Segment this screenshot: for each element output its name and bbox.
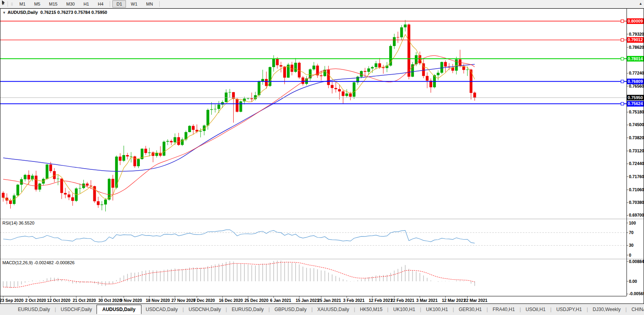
tab-usdcnh-daily[interactable]: USDCNH,Daily: [184, 305, 225, 314]
timeframe-button-m15[interactable]: M15: [45, 0, 61, 8]
candle-body: [437, 73, 439, 75]
price-axis-tick-label: 0.70380: [629, 200, 644, 205]
timeframe-button-d1[interactable]: D1: [112, 0, 126, 8]
tab-hk50-m15[interactable]: HK50,M15: [356, 305, 387, 314]
price-axis-tick-label: 0.71760: [629, 174, 644, 179]
time-axis-label: 2 Oct 2020: [25, 298, 46, 303]
price-level-tag-text: 0.78014: [628, 56, 643, 61]
candle-body: [166, 141, 169, 142]
tab-fra40-h1[interactable]: FRA40,H1: [488, 305, 519, 314]
time-axis-label: 7 Dec 2020: [193, 298, 215, 303]
time-axis-label: 22 Mar 2021: [464, 298, 487, 303]
candle-body: [367, 68, 370, 72]
tab-xauusd-daily[interactable]: XAUUSD,Daily: [313, 305, 354, 314]
rsi-indicator-label: RSI(14) 36.5520: [2, 221, 35, 225]
candle-body: [35, 176, 37, 190]
timeframe-button-w1[interactable]: W1: [127, 0, 141, 8]
candle-body: [16, 185, 19, 196]
candle-body: [247, 98, 249, 99]
candle-body: [466, 69, 469, 70]
tab-dj30-weekly[interactable]: DJ30,Weekly: [588, 305, 625, 314]
line-anchor-handle[interactable]: [621, 80, 624, 83]
tab-china300-h1[interactable]: CHINA300,H1: [627, 305, 644, 314]
tab-audusd-daily[interactable]: AUDUSD,Daily: [97, 305, 141, 314]
line-anchor-handle[interactable]: [621, 20, 624, 23]
line-anchor-handle[interactable]: [621, 38, 624, 41]
chart-canvas[interactable]: 0.793200.786200.779400.772400.765600.758…: [0, 0, 644, 315]
tab-usdchf-daily[interactable]: USDCHF,Daily: [56, 305, 97, 314]
timeframe-button-m5[interactable]: M5: [30, 0, 44, 8]
candle-body: [192, 126, 195, 130]
candle-body: [97, 201, 100, 205]
price-level-tag-text: 0.75624: [628, 101, 643, 106]
price-axis-tick-label: 0.73120: [629, 148, 644, 153]
candle-body: [203, 125, 206, 131]
toolbar-overflow-icon[interactable]: ▲: [639, 2, 642, 6]
time-axis-label: 16 Dec 2020: [219, 298, 243, 303]
price-level-tag: 0.79012: [627, 37, 644, 43]
price-level-tag-text: 0.76809: [628, 79, 643, 84]
candle-body: [207, 110, 209, 125]
candle-body: [404, 25, 407, 27]
tab-ger30-h1[interactable]: GER30,H1: [454, 305, 486, 314]
tab-uk100-h1[interactable]: UK100,H1: [389, 305, 420, 314]
candle-body: [162, 142, 165, 156]
candle-body: [24, 175, 27, 179]
candle-body: [101, 204, 103, 205]
chart-title-symbol: AUDUSD,Daily: [8, 10, 38, 15]
candle-body: [112, 179, 114, 188]
price-level-tag: 0.80009: [627, 18, 644, 24]
timeframe-button-m1[interactable]: M1: [15, 0, 29, 8]
candle-body: [210, 109, 213, 110]
time-axis-label: 18 Nov 2020: [146, 298, 170, 303]
candle-body: [426, 76, 429, 81]
current-price-tag: 0.75950: [627, 95, 644, 100]
tab-uk100-h1[interactable]: UK100,H1: [422, 305, 452, 314]
candle-body: [108, 179, 110, 200]
tab-separator: |: [269, 307, 270, 312]
toolbar-separator: [8, 1, 8, 7]
price-level-tag: 0.75624: [627, 101, 644, 107]
collapse-chart-icon[interactable]: ▼: [2, 11, 6, 15]
candle-body: [236, 99, 238, 111]
price-axis-tick-label: 0.78620: [629, 45, 644, 50]
macd-axis-label: 0.00: [629, 279, 637, 284]
candle-body: [79, 188, 81, 188]
candle-body: [342, 91, 344, 96]
tab-usdjpy-h1[interactable]: USDJPY,H1: [552, 305, 586, 314]
candle-body: [122, 155, 125, 161]
cursor-tool-icon[interactable]: [1, 0, 6, 5]
time-axis-label: 21 Oct 2020: [73, 298, 96, 303]
line-anchor-handle[interactable]: [621, 58, 624, 60]
time-axis-label: 12 Mar 2021: [442, 298, 466, 303]
candle-body: [64, 193, 67, 194]
price-axis-tick-label: 0.73820: [629, 135, 644, 140]
candle-body: [258, 82, 261, 95]
chart-tabbar: EURUSD,Daily|USDCHF,DailyAUDUSD,DailyUSD…: [0, 304, 644, 315]
timeframe-button-h4[interactable]: H4: [94, 0, 107, 8]
candle-body: [349, 94, 352, 97]
timeframe-button-h1[interactable]: H1: [79, 0, 93, 8]
tab-gbpusd-daily[interactable]: GBPUSD,Daily: [270, 305, 311, 314]
candle-body: [335, 88, 337, 89]
price-axis-tick-label: 0.75180: [629, 109, 644, 114]
candle-body: [382, 67, 385, 68]
candle-body: [345, 94, 348, 96]
line-anchor-handle[interactable]: [621, 102, 624, 105]
timeframe-button-m30[interactable]: M30: [62, 0, 79, 8]
toolbar-drag-handle[interactable]: ⣿: [11, 2, 14, 6]
tab-eurusd-daily[interactable]: EURUSD,Daily: [14, 305, 54, 314]
candle-body: [331, 85, 334, 88]
tab-usoil-h1[interactable]: USOil,H1: [521, 305, 550, 314]
tab-separator: |: [387, 307, 389, 312]
price-axis-tick-label: 0.77240: [629, 71, 644, 75]
tab-separator: |: [487, 307, 488, 312]
tab-eurusd-daily[interactable]: EURUSD,Daily: [227, 305, 268, 314]
chart-title-ohlc: 0.76215 0.76273 0.75784 0.75950: [40, 10, 107, 15]
time-axis-label: 25 Dec 2020: [244, 298, 268, 303]
candle-body: [400, 27, 403, 37]
candle-body: [272, 58, 275, 67]
timeframe-button-mn[interactable]: MN: [142, 0, 157, 8]
price-axis-tick-label: 0.74500: [629, 122, 644, 127]
tab-usdcad-daily[interactable]: USDCAD,Daily: [141, 305, 182, 314]
